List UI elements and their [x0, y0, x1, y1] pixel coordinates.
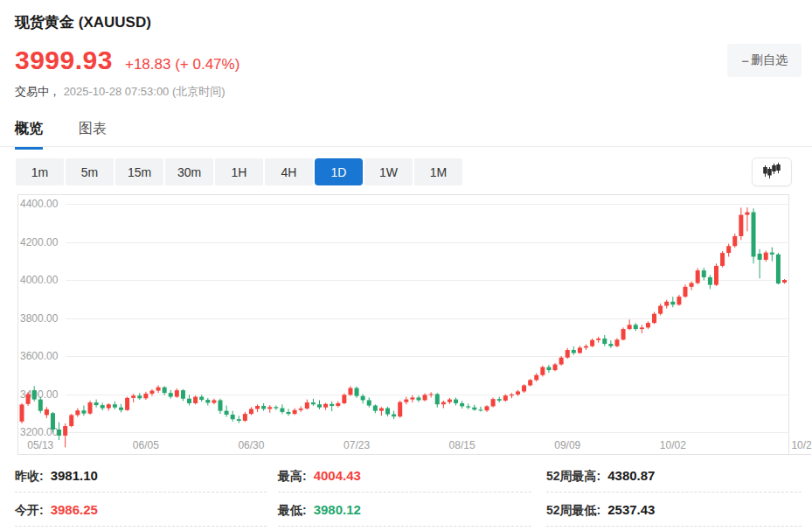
candle	[566, 350, 570, 358]
candle	[88, 402, 93, 414]
stat-label: 最高:	[278, 469, 307, 483]
candle	[634, 325, 638, 329]
candlestick-chart: 4400.004200.004000.003800.003600.003400.…	[0, 194, 812, 455]
candle	[225, 411, 229, 415]
candle	[32, 390, 37, 399]
candle	[113, 404, 117, 407]
candle	[299, 409, 303, 410]
interval-button-5m[interactable]: 5m	[66, 158, 114, 185]
price-chart[interactable]: 4400.004200.004000.003800.003600.003400.…	[0, 194, 812, 455]
candle	[670, 302, 675, 304]
stat-value: 3986.25	[51, 502, 98, 517]
interval-button-4h[interactable]: 4H	[265, 158, 313, 185]
x-axis-label: 10/27	[791, 439, 812, 451]
candle	[336, 403, 340, 406]
candle	[156, 388, 161, 391]
candle	[466, 406, 470, 407]
candle	[398, 402, 402, 417]
chart-style-button[interactable]	[752, 157, 792, 186]
x-axis-label: 08/15	[449, 439, 475, 451]
candle	[311, 402, 316, 404]
stat-label: 52周最低:	[546, 503, 600, 517]
candle	[51, 413, 55, 430]
stat-label: 最低:	[278, 503, 307, 517]
interval-button-30m[interactable]: 30m	[165, 158, 213, 185]
candle	[652, 314, 656, 323]
stat-value: 2537.43	[607, 502, 655, 517]
candle	[664, 302, 669, 306]
candle	[720, 253, 725, 266]
candle	[472, 408, 476, 410]
candle	[163, 388, 167, 394]
candle	[460, 403, 464, 406]
candle	[534, 375, 538, 381]
stat-label: 昨收:	[15, 469, 44, 483]
stat-value: 3981.10	[51, 468, 98, 483]
candle	[708, 277, 712, 285]
interval-button-1m[interactable]: 1M	[414, 158, 462, 185]
interval-button-1d[interactable]: 1D	[315, 158, 363, 185]
stat-value: 4380.87	[607, 468, 655, 483]
candle	[732, 236, 737, 246]
candle	[485, 406, 489, 410]
candle	[267, 407, 272, 409]
candle	[646, 323, 650, 327]
candle	[739, 215, 743, 236]
candle	[20, 404, 24, 421]
candle	[745, 213, 749, 215]
tab-chart[interactable]: 图表	[79, 120, 107, 147]
candle	[690, 283, 694, 286]
candle	[45, 409, 49, 416]
candle	[348, 388, 352, 395]
candle	[379, 409, 384, 411]
candle	[510, 395, 514, 395]
candle	[137, 395, 142, 398]
candle	[361, 396, 365, 401]
candlestick-chart-icon	[761, 162, 782, 182]
candle	[640, 327, 644, 329]
stat-row: 今开:3986.25	[15, 493, 267, 527]
candle	[75, 410, 80, 415]
interval-button-15m[interactable]: 15m	[115, 158, 163, 185]
candle	[255, 406, 260, 409]
candle	[404, 400, 408, 402]
x-axis-label: 07/23	[344, 439, 370, 451]
tab-overview[interactable]: 概览	[15, 120, 43, 150]
candle	[243, 414, 247, 421]
candle	[169, 393, 173, 396]
market-status: 交易中， 2025-10-28 07:53:00 (北京时间)	[15, 84, 226, 100]
stat-label: 52周最高:	[546, 469, 600, 483]
candle	[410, 397, 414, 399]
candle	[503, 395, 508, 401]
candle	[355, 388, 359, 396]
candle	[143, 394, 148, 398]
candle	[101, 405, 105, 408]
y-axis-label: 3400.00	[20, 388, 59, 401]
candle	[274, 407, 278, 408]
candle	[212, 400, 216, 402]
candle	[187, 399, 191, 403]
remove-watchlist-button[interactable]: − 删自选	[727, 44, 802, 77]
stat-row: 52周最高:4380.87	[546, 458, 802, 493]
interval-toolbar: 1m5m15m30m1H4H1D1W1M	[16, 158, 462, 185]
candle	[590, 340, 594, 346]
interval-button-1w[interactable]: 1W	[364, 158, 413, 185]
candle	[596, 339, 600, 340]
candle	[559, 358, 564, 365]
y-axis-label: 3600.00	[20, 350, 59, 362]
candle	[628, 325, 632, 329]
quote-block: 3999.93 +18.83 (+ 0.47%)	[15, 45, 239, 75]
y-axis-label: 4400.00	[20, 198, 59, 210]
candle	[181, 390, 185, 399]
page-title: 现货黄金 (XAUUSD)	[15, 12, 151, 32]
stats-column: 最高:4004.43最低:3980.12	[278, 458, 531, 527]
candle	[287, 412, 291, 414]
x-axis-label: 06/05	[133, 439, 159, 451]
candle	[584, 346, 588, 348]
candle	[392, 415, 396, 417]
interval-button-1m[interactable]: 1m	[16, 158, 64, 185]
candle	[478, 409, 482, 410]
candle	[423, 395, 427, 400]
interval-button-1h[interactable]: 1H	[215, 158, 263, 185]
candle	[323, 404, 328, 408]
